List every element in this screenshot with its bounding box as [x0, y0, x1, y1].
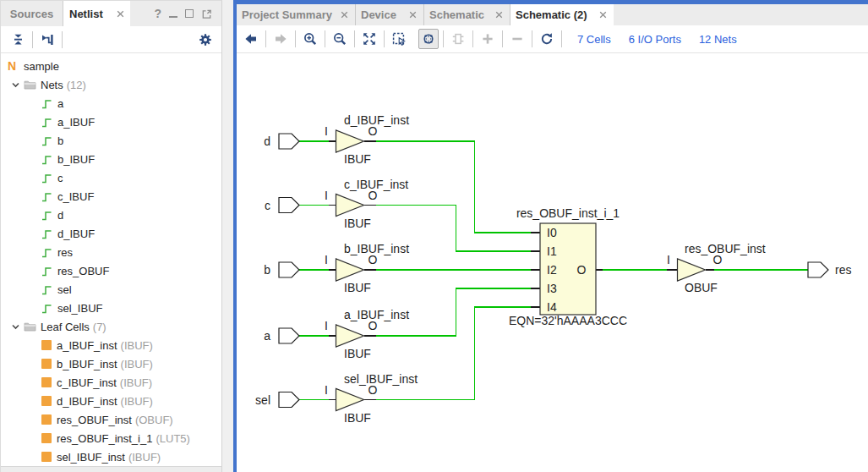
tree-item-cell[interactable]: res_OBUF_inst(OBUF): [1, 410, 221, 429]
toolbar-separator: [561, 30, 562, 47]
pin-label-i: I: [325, 124, 328, 138]
chevron-down-icon[interactable]: [11, 80, 20, 90]
tree-group-nets[interactable]: Nets (12): [1, 75, 221, 94]
tab-netlist[interactable]: Netlist: [63, 1, 130, 26]
netlist-toolbar: [1, 26, 221, 53]
tab-schematic-2-label: Schematic (2): [516, 8, 587, 21]
port-label-b: b: [264, 263, 270, 277]
tree-item-net[interactable]: res: [1, 243, 221, 261]
tab-netlist-label: Netlist: [69, 8, 103, 20]
help-icon[interactable]: ?: [154, 8, 161, 19]
tree-leaf-cells-label: Leaf Cells: [41, 321, 90, 333]
tree-root-sample[interactable]: N sample: [1, 57, 221, 75]
type-label: IBUF: [344, 217, 371, 230]
net-icon: [41, 210, 52, 221]
remove-button[interactable]: [507, 29, 527, 49]
cells-link[interactable]: 7 Cells: [577, 33, 611, 46]
tab-sources[interactable]: Sources: [1, 1, 63, 26]
tree-item-cell[interactable]: d_IBUF_inst(IBUF): [1, 392, 221, 410]
tab-close-icon[interactable]: [341, 11, 348, 19]
tree-item-net[interactable]: res_OBUF: [1, 261, 221, 280]
maximize-icon[interactable]: [185, 9, 194, 18]
expand-net-button[interactable]: [37, 30, 57, 50]
tree-item-cell[interactable]: c_IBUF_inst(IBUF): [1, 373, 221, 392]
tab-close-icon[interactable]: [495, 11, 503, 19]
tree-item-net[interactable]: c_IBUF: [1, 187, 221, 206]
port-label-d: d: [264, 134, 270, 148]
schematic-canvas[interactable]: d c b a sel res d_IBUF_inst IBUF I O c_I…: [237, 52, 868, 472]
chevron-down-icon[interactable]: [11, 322, 20, 332]
expand-net-icon: [41, 33, 54, 47]
collapse-all-button[interactable]: [8, 30, 28, 50]
tab-close-icon[interactable]: [409, 11, 417, 19]
cell-icon: [41, 452, 52, 462]
tab-netlist-close-icon[interactable]: [117, 10, 124, 18]
tree-leaf-cells-count: (7): [93, 321, 106, 333]
tree-item-net[interactable]: a: [1, 94, 221, 113]
gate-b-ibuf: [336, 259, 364, 281]
settings-button[interactable]: [195, 30, 216, 50]
zoom-in-button[interactable]: [300, 29, 320, 49]
cell-type: (IBUF): [128, 451, 161, 464]
lut-pin-label-i2: I2: [547, 263, 557, 277]
regenerate-button[interactable]: [537, 29, 557, 49]
cell-label: sel_IBUF_inst: [57, 451, 125, 464]
cell-label: a_IBUF_inst: [57, 339, 117, 352]
port-shape-d: [279, 134, 299, 149]
gate-sel-ibuf: [336, 389, 364, 411]
tab-schematic-2[interactable]: Schematic (2): [510, 4, 614, 25]
port-shape-res: [808, 262, 828, 277]
obuf-pin-label-i: I: [667, 253, 670, 266]
tree-item-cell[interactable]: sel_IBUF_inst(IBUF): [1, 447, 221, 466]
io-ports-link[interactable]: 6 I/O Ports: [629, 33, 681, 46]
zoom-fit-icon: [363, 32, 376, 46]
type-label: IBUF: [344, 281, 371, 294]
zoom-selection-button[interactable]: [389, 29, 409, 49]
lut-pin-label-i0: I0: [547, 226, 557, 239]
zoom-out-button[interactable]: [330, 29, 350, 49]
net-icon: [41, 284, 52, 295]
tree-item-cell[interactable]: b_IBUF_inst(IBUF): [1, 354, 221, 373]
toolbar-separator: [532, 30, 532, 47]
cell-type: (IBUF): [120, 376, 152, 389]
tree-nets-count: (12): [67, 79, 86, 91]
float-icon[interactable]: [201, 8, 212, 19]
document-tabbar: Project Summary Device Schematic Schemat…: [237, 4, 868, 25]
back-button[interactable]: [241, 29, 261, 49]
net-label: sel_IBUF: [57, 302, 102, 315]
tree-item-net[interactable]: c: [1, 168, 221, 187]
back-arrow-icon: [244, 32, 258, 46]
tree-group-leaf-cells[interactable]: Leaf Cells (7): [1, 317, 221, 336]
cell-icon: [41, 359, 52, 369]
tab-device[interactable]: Device: [356, 4, 424, 25]
cell-icon: [41, 396, 52, 406]
cell-label: res_OBUF_inst: [57, 414, 132, 426]
tab-close-icon[interactable]: [599, 11, 607, 19]
net-icon: [41, 154, 52, 165]
autofit-selection-button[interactable]: [418, 29, 439, 49]
tree-item-net[interactable]: sel_IBUF: [1, 299, 221, 317]
net-icon: [41, 135, 52, 146]
tree-item-net[interactable]: a_IBUF: [1, 113, 221, 131]
cell-type: (OBUF): [135, 414, 173, 426]
tree-item-cell[interactable]: res_OBUF_inst_i_1(LUT5): [1, 429, 221, 447]
pin-label-o: O: [368, 189, 378, 202]
add-button[interactable]: [478, 29, 498, 49]
vivado-window: Sources Netlist ?: [0, 0, 868, 472]
zoom-in-icon: [303, 32, 317, 46]
tab-project-summary[interactable]: Project Summary: [237, 4, 356, 25]
tree-item-net[interactable]: d_IBUF: [1, 224, 221, 243]
forward-button[interactable]: [270, 29, 291, 49]
tree-item-cell[interactable]: a_IBUF_inst(IBUF): [1, 336, 221, 354]
zoom-fit-button[interactable]: [359, 29, 379, 49]
tab-schematic[interactable]: Schematic: [424, 4, 510, 25]
tree-item-net[interactable]: sel: [1, 280, 221, 299]
pin-label-i: I: [325, 383, 328, 397]
tree-item-net[interactable]: b: [1, 131, 221, 150]
tree-item-net[interactable]: d: [1, 206, 221, 224]
nets-link[interactable]: 12 Nets: [699, 33, 737, 46]
expand-cone-button[interactable]: [448, 29, 468, 49]
tree-item-net[interactable]: b_IBUF: [1, 150, 221, 168]
minimize-icon[interactable]: [169, 16, 177, 18]
chip-icon: [451, 32, 465, 46]
